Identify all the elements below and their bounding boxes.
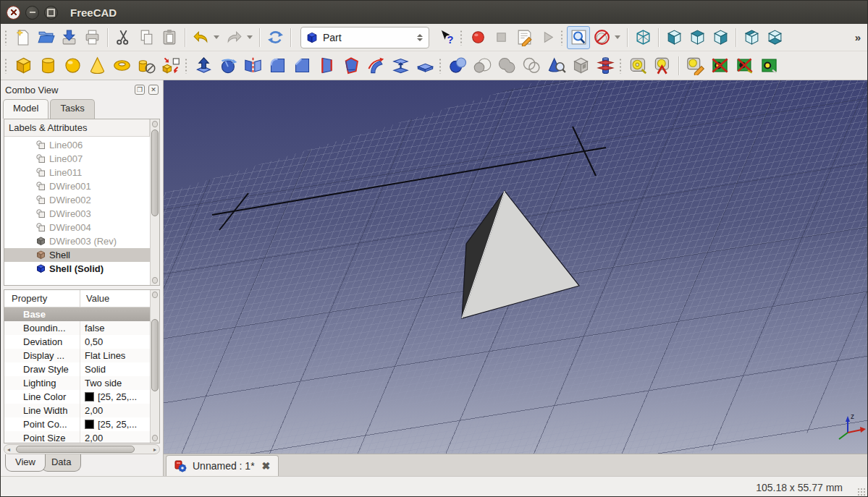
property-vertical-scrollbar[interactable] bbox=[150, 290, 159, 443]
part-cone-button[interactable] bbox=[85, 54, 109, 78]
draw-style-button[interactable] bbox=[590, 26, 613, 49]
property-row[interactable]: Line Color[25, 25,... bbox=[4, 390, 150, 404]
tab-view[interactable]: View bbox=[5, 454, 46, 472]
cut-button[interactable] bbox=[111, 26, 135, 49]
tree-item[interactable]: Shell (Solid) bbox=[4, 262, 159, 276]
tree-item[interactable]: DWire003 bbox=[4, 207, 159, 221]
loft-button[interactable] bbox=[388, 54, 413, 78]
scroll-down-button[interactable] bbox=[152, 435, 158, 441]
boolean-button[interactable] bbox=[445, 54, 470, 78]
scroll-left-button[interactable]: ◂ bbox=[7, 446, 10, 453]
3d-viewport[interactable]: z x bbox=[164, 80, 867, 454]
scroll-up-button[interactable] bbox=[152, 121, 158, 127]
scroll-up-button[interactable] bbox=[152, 292, 158, 298]
save-button[interactable] bbox=[57, 26, 80, 49]
measure-linear-button[interactable] bbox=[625, 54, 650, 78]
make-face-button[interactable] bbox=[339, 54, 363, 78]
whats-this-button[interactable]: ? bbox=[435, 26, 458, 49]
view-top-button[interactable] bbox=[686, 26, 709, 49]
cross-sections-button[interactable] bbox=[593, 54, 618, 78]
redo-history-button[interactable] bbox=[245, 26, 256, 49]
minimize-button[interactable] bbox=[25, 6, 39, 20]
view-bottom-button[interactable] bbox=[763, 26, 786, 49]
fillet-button[interactable] bbox=[265, 54, 290, 78]
refresh-button[interactable] bbox=[264, 26, 287, 49]
tree-item[interactable]: Line011 bbox=[4, 166, 159, 179]
scroll-right-button[interactable]: ▸ bbox=[153, 446, 156, 453]
defeaturing-button[interactable] bbox=[568, 54, 593, 78]
redo-button[interactable] bbox=[222, 26, 245, 49]
intersection-button[interactable] bbox=[519, 54, 544, 78]
scroll-down-button[interactable] bbox=[152, 277, 158, 284]
property-row[interactable]: Draw StyleSolid bbox=[4, 362, 150, 376]
property-row[interactable]: Line Width2,00 bbox=[4, 404, 150, 417]
toolbar-handle[interactable] bbox=[185, 58, 187, 74]
toolbar-handle[interactable] bbox=[619, 58, 622, 74]
toolbar-handle[interactable] bbox=[560, 30, 563, 46]
measure-toggle-3d-button[interactable] bbox=[732, 54, 757, 78]
property-row[interactable]: Boundin...false bbox=[4, 321, 150, 335]
title-bar[interactable]: FreeCAD bbox=[1, 1, 867, 24]
scrollbar-thumb[interactable] bbox=[151, 129, 159, 216]
scrollbar-thumb[interactable] bbox=[151, 319, 159, 391]
shape-builder-button[interactable] bbox=[159, 54, 183, 78]
cut-boolean-button[interactable] bbox=[470, 54, 494, 78]
undo-button[interactable] bbox=[189, 26, 212, 49]
section-button[interactable] bbox=[413, 54, 437, 78]
new-button[interactable] bbox=[11, 26, 34, 49]
toolbar-overflow-button[interactable]: » bbox=[851, 31, 865, 43]
view-rear-button[interactable] bbox=[740, 26, 763, 49]
tab-data[interactable]: Data bbox=[41, 454, 81, 472]
revolve-button[interactable] bbox=[216, 54, 240, 78]
float-panel-button[interactable]: ❐ bbox=[135, 85, 145, 95]
mirror-button[interactable] bbox=[240, 54, 265, 78]
part-sphere-button[interactable] bbox=[60, 54, 85, 78]
close-button[interactable] bbox=[7, 6, 20, 20]
measure-angular-button[interactable] bbox=[650, 54, 675, 78]
tree-item[interactable]: DWire001 bbox=[4, 179, 159, 193]
union-button[interactable] bbox=[494, 54, 519, 78]
copy-button[interactable] bbox=[135, 26, 158, 49]
scrollbar-thumb[interactable] bbox=[16, 446, 135, 453]
toolbar-handle[interactable] bbox=[439, 58, 442, 74]
tree-item[interactable]: Line006 bbox=[4, 138, 159, 152]
tab-model[interactable]: Model bbox=[3, 99, 49, 119]
draft-line[interactable] bbox=[212, 127, 606, 230]
property-column-header[interactable]: Property bbox=[4, 290, 80, 307]
view-front-button[interactable] bbox=[662, 26, 686, 49]
view-axonometric-button[interactable] bbox=[631, 26, 654, 49]
property-row[interactable]: Display ...Flat Lines bbox=[4, 349, 150, 362]
macro-record-button[interactable] bbox=[466, 26, 489, 49]
chamfer-button[interactable] bbox=[290, 54, 314, 78]
property-horizontal-scrollbar[interactable]: ◂ ▸ bbox=[4, 444, 160, 454]
measure-refresh-button[interactable] bbox=[683, 54, 707, 78]
property-group-row[interactable]: Base bbox=[4, 307, 150, 321]
toolbar-handle[interactable] bbox=[4, 58, 7, 74]
open-button[interactable] bbox=[34, 26, 57, 49]
tab-tasks[interactable]: Tasks bbox=[50, 99, 94, 119]
extrude-button[interactable] bbox=[191, 54, 216, 78]
sweep-button[interactable] bbox=[363, 54, 388, 78]
toolbar-handle[interactable] bbox=[460, 30, 463, 46]
view-right-button[interactable] bbox=[709, 26, 732, 49]
fit-all-button[interactable] bbox=[567, 26, 590, 49]
tree-item[interactable]: DWire003 (Rev) bbox=[4, 234, 159, 248]
maximize-button[interactable] bbox=[44, 6, 58, 20]
macro-stop-button[interactable] bbox=[489, 26, 513, 49]
property-row[interactable]: Deviation0,50 bbox=[4, 335, 150, 349]
close-document-icon[interactable]: ✖ bbox=[261, 460, 271, 472]
paste-button[interactable] bbox=[158, 26, 181, 49]
toolbar-handle[interactable] bbox=[4, 30, 7, 46]
workbench-selector[interactable]: Part bbox=[300, 27, 429, 48]
tetrahedron-shell[interactable] bbox=[462, 191, 579, 318]
resize-grip[interactable] bbox=[857, 488, 866, 496]
tree-item-selected[interactable]: Shell bbox=[4, 248, 159, 262]
undo-history-button[interactable] bbox=[212, 26, 222, 49]
property-row[interactable]: Point Co...[25, 25,... bbox=[4, 417, 150, 431]
tree-vertical-scrollbar[interactable] bbox=[150, 119, 159, 285]
document-tab[interactable]: Unnamed : 1* ✖ bbox=[166, 455, 279, 476]
property-row[interactable]: LightingTwo side bbox=[4, 376, 150, 390]
draw-style-menu-button[interactable] bbox=[613, 26, 623, 49]
print-button[interactable] bbox=[80, 26, 104, 49]
macro-edit-button[interactable] bbox=[513, 26, 536, 49]
